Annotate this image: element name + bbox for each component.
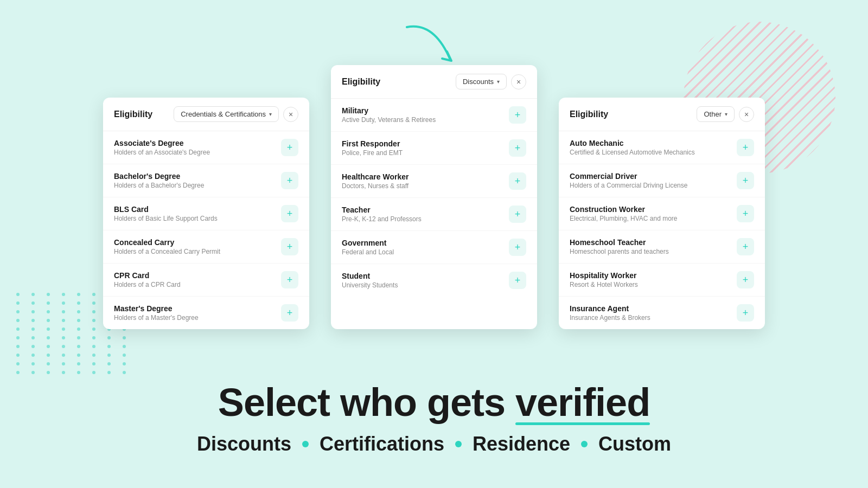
item-subtitle: Police, Fire and EMT: [342, 149, 509, 157]
credentials-items-list: Associate's Degree Holders of an Associa…: [103, 131, 309, 329]
discounts-dropdown[interactable]: Discounts ▾: [456, 74, 507, 89]
item-subtitle: Holders of a Bachelor's Degree: [114, 182, 281, 189]
item-title: Military: [342, 106, 509, 115]
subtext-item: Custom: [598, 433, 671, 455]
card-other-controls: Other ▾ ×: [697, 106, 754, 122]
item-text: Government Federal and Local: [342, 239, 509, 256]
item-subtitle: Certified & Licensed Automotive Mechanic…: [570, 149, 737, 156]
item-title: Insurance Agent: [570, 304, 737, 313]
list-item: Military Active Duty, Veterans & Retiree…: [331, 99, 537, 132]
item-subtitle: Holders of a Concealed Carry Permit: [114, 248, 281, 255]
item-title: Concealed Carry: [114, 238, 281, 247]
add-item-button[interactable]: +: [737, 172, 754, 189]
other-close-button[interactable]: ×: [739, 107, 754, 122]
item-subtitle: Homeschool parents and teachers: [570, 248, 737, 255]
card-other-header: Eligibility Other ▾ ×: [559, 98, 765, 131]
headline-pre: Select who gets: [218, 381, 515, 424]
list-item: Concealed Carry Holders of a Concealed C…: [103, 230, 309, 264]
item-subtitle: Holders of Basic Life Support Cards: [114, 215, 281, 222]
item-text: Bachelor's Degree Holders of a Bachelor'…: [114, 172, 281, 189]
credentials-dropdown-label: Credentials & Certifications: [181, 110, 266, 118]
item-text: Teacher Pre-K, K-12 and Professors: [342, 206, 509, 223]
add-item-button[interactable]: +: [281, 271, 298, 288]
add-item-button[interactable]: +: [281, 205, 298, 222]
item-subtitle: Pre-K, K-12 and Professors: [342, 215, 509, 223]
add-item-button[interactable]: +: [281, 172, 298, 189]
item-title: BLS Card: [114, 205, 281, 214]
list-item: Associate's Degree Holders of an Associa…: [103, 131, 309, 164]
item-subtitle: Insurance Agents & Brokers: [570, 314, 737, 322]
card-other: Eligibility Other ▾ × Auto Mechanic Cert…: [559, 98, 765, 329]
item-subtitle: Holders of a CPR Card: [114, 281, 281, 288]
item-title: Auto Mechanic: [570, 139, 737, 147]
item-subtitle: Resort & Hotel Workers: [570, 281, 737, 288]
add-item-button[interactable]: +: [509, 239, 526, 256]
close-icon: ×: [289, 110, 293, 119]
card-other-title: Eligibility: [570, 110, 608, 119]
add-item-button[interactable]: +: [737, 205, 754, 222]
discounts-dropdown-label: Discounts: [463, 78, 494, 86]
add-item-button[interactable]: +: [737, 139, 754, 156]
item-title: Commercial Driver: [570, 172, 737, 181]
close-icon: ×: [744, 110, 749, 119]
item-text: Master's Degree Holders of a Master's De…: [114, 304, 281, 322]
item-subtitle: Holders of an Associate's Degree: [114, 149, 281, 156]
bottom-section: Select who gets verified DiscountsCertif…: [0, 383, 868, 455]
card-credentials: Eligibility Credentials & Certifications…: [103, 98, 309, 329]
item-title: CPR Card: [114, 271, 281, 280]
item-subtitle: University Students: [342, 281, 509, 289]
other-dropdown[interactable]: Other ▾: [697, 106, 735, 122]
item-text: Student University Students: [342, 272, 509, 289]
chevron-down-icon: ▾: [269, 111, 272, 117]
card-credentials-title: Eligibility: [114, 110, 152, 119]
item-text: Auto Mechanic Certified & Licensed Autom…: [570, 139, 737, 156]
item-subtitle: Holders of a Master's Degree: [114, 314, 281, 322]
list-item: Government Federal and Local +: [331, 231, 537, 264]
add-item-button[interactable]: +: [737, 271, 754, 288]
item-subtitle: Active Duty, Veterans & Retirees: [342, 116, 509, 124]
list-item: Insurance Agent Insurance Agents & Broke…: [559, 297, 765, 329]
item-title: Construction Worker: [570, 205, 737, 214]
item-title: Government: [342, 239, 509, 247]
item-text: Healthcare Worker Doctors, Nurses & staf…: [342, 172, 509, 190]
item-text: First Responder Police, Fire and EMT: [342, 139, 509, 157]
add-item-button[interactable]: +: [281, 238, 298, 255]
card-discounts-header: Eligibility Discounts ▾ ×: [331, 65, 537, 99]
item-title: Bachelor's Degree: [114, 172, 281, 181]
discounts-close-button[interactable]: ×: [511, 74, 526, 89]
list-item: First Responder Police, Fire and EMT +: [331, 132, 537, 165]
add-item-button[interactable]: +: [281, 139, 298, 156]
add-item-button[interactable]: +: [509, 172, 526, 190]
credentials-close-button[interactable]: ×: [283, 107, 298, 122]
other-dropdown-label: Other: [704, 110, 722, 118]
add-item-button[interactable]: +: [509, 139, 526, 157]
subtext-item: Discounts: [197, 433, 291, 455]
add-item-button[interactable]: +: [509, 272, 526, 289]
other-items-list: Auto Mechanic Certified & Licensed Autom…: [559, 131, 765, 329]
chevron-down-icon: ▾: [725, 111, 727, 117]
item-title: Associate's Degree: [114, 139, 281, 147]
add-item-button[interactable]: +: [737, 238, 754, 255]
list-item: Auto Mechanic Certified & Licensed Autom…: [559, 131, 765, 164]
add-item-button[interactable]: +: [737, 304, 754, 322]
list-item: Healthcare Worker Doctors, Nurses & staf…: [331, 165, 537, 198]
dot-separator-icon: [581, 441, 588, 447]
item-text: Military Active Duty, Veterans & Retiree…: [342, 106, 509, 124]
list-item: Teacher Pre-K, K-12 and Professors +: [331, 198, 537, 231]
item-text: Concealed Carry Holders of a Concealed C…: [114, 238, 281, 255]
card-credentials-header: Eligibility Credentials & Certifications…: [103, 98, 309, 131]
card-discounts-title: Eligibility: [342, 77, 380, 87]
list-item: Construction Worker Electrical, Plumbing…: [559, 197, 765, 230]
list-item: Hospitality Worker Resort & Hotel Worker…: [559, 264, 765, 297]
item-text: Homeschool Teacher Homeschool parents an…: [570, 238, 737, 255]
credentials-dropdown[interactable]: Credentials & Certifications ▾: [174, 106, 279, 122]
item-text: BLS Card Holders of Basic Life Support C…: [114, 205, 281, 222]
item-subtitle: Federal and Local: [342, 248, 509, 256]
dot-separator-icon: [455, 441, 462, 447]
item-text: Associate's Degree Holders of an Associa…: [114, 139, 281, 156]
item-title: Teacher: [342, 206, 509, 214]
add-item-button[interactable]: +: [509, 106, 526, 124]
add-item-button[interactable]: +: [281, 304, 298, 322]
item-title: Homeschool Teacher: [570, 238, 737, 247]
add-item-button[interactable]: +: [509, 206, 526, 223]
